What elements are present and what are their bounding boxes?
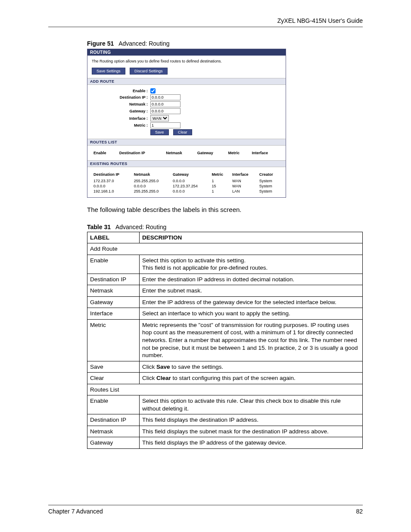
desc-text: Enter the destination IP address in dott… <box>140 274 363 285</box>
desc-text: Select an interface to which you want to… <box>140 308 363 320</box>
desc-label: Save <box>87 361 140 373</box>
desc-text: This field displays the destination IP a… <box>140 414 363 426</box>
desc-label: Clear <box>87 373 140 384</box>
desc-label: Gateway <box>87 437 140 449</box>
cell-metric: 1 <box>210 178 230 184</box>
desc-header-row: LABEL DESCRIPTION <box>87 232 363 243</box>
desc-row: EnableSelect this option to activate thi… <box>87 255 363 274</box>
cell-gateway: 0.0.0.0 <box>171 178 210 184</box>
dest-ip-input[interactable] <box>150 94 181 100</box>
figure-label: Figure 51 <box>87 40 114 47</box>
desc-label: Interface <box>87 308 140 320</box>
desc-label: Netmask <box>87 426 140 437</box>
figure-title: Advanced: Routing <box>118 40 169 47</box>
col-interface: Interface <box>250 149 281 157</box>
cell-metric: 1 <box>210 189 230 194</box>
router-ui-screenshot: ROUTING The Routing option allows you to… <box>87 49 286 198</box>
routing-description: The Routing option allows you to define … <box>92 59 281 63</box>
existing-route-row: 192.168.1.0255.255.255.00.0.0.01LANSyste… <box>92 189 281 194</box>
desc-row: Routes List <box>87 384 363 395</box>
cell-dest_ip: 0.0.0.0 <box>92 184 132 189</box>
gateway-label: Gateway : <box>92 109 150 113</box>
desc-label: Metric <box>87 319 140 361</box>
desc-text: Click Clear to start configuring this pa… <box>140 373 363 384</box>
add-route-header: ADD ROUTE <box>87 78 286 85</box>
body-text: The following table describes the labels… <box>87 205 363 214</box>
desc-label: Netmask <box>87 285 140 297</box>
desc-text: Metric represents the "cost" of transmis… <box>140 319 363 361</box>
cell-creator: System <box>258 189 281 194</box>
desc-text: Enter the IP address of the gateway devi… <box>140 296 363 308</box>
description-table: LABEL DESCRIPTION Add RouteEnableSelect … <box>87 232 363 449</box>
col-netmask: Netmask <box>164 149 196 157</box>
desc-label: Destination IP <box>87 414 140 426</box>
desc-row: InterfaceSelect an interface to which yo… <box>87 308 363 320</box>
col-label: LABEL <box>87 232 140 243</box>
col-metric: Metric <box>210 171 230 178</box>
page-footer: Chapter 7 Advanced 82 <box>48 505 363 515</box>
desc-text: Select this option to activate this sett… <box>140 255 363 274</box>
desc-label: Destination IP <box>87 274 140 285</box>
col-metric: Metric <box>226 149 250 157</box>
content-area: Figure 51 Advanced: Routing ROUTING The … <box>48 40 363 449</box>
desc-section-label: Routes List <box>87 384 363 395</box>
save-button[interactable]: Save <box>150 129 169 135</box>
figure-caption: Figure 51 Advanced: Routing <box>87 40 363 47</box>
desc-row: NetmaskEnter the subnet mask. <box>87 285 363 297</box>
cell-interface: WAN <box>230 184 258 189</box>
desc-text: Select this option to activate this rule… <box>140 395 363 414</box>
desc-row: EnableSelect this option to activate thi… <box>87 395 363 414</box>
desc-text: This field displays the subnet mask for … <box>140 426 363 437</box>
metric-input[interactable] <box>150 122 181 128</box>
desc-text: Click Save to save the settings. <box>140 361 363 373</box>
col-gateway: Gateway <box>196 149 227 157</box>
col-description: DESCRIPTION <box>140 232 363 243</box>
routing-title-bar: ROUTING <box>87 49 286 56</box>
col-enable: Enable <box>92 149 118 157</box>
col-creator: Creator <box>258 171 281 178</box>
col-netmask: Netmask <box>132 171 171 178</box>
cell-creator: System <box>258 178 281 184</box>
discard-settings-button[interactable]: Discard Settings <box>130 68 168 75</box>
desc-label: Gateway <box>87 296 140 308</box>
cell-dest_ip: 172.23.37.0 <box>92 178 132 184</box>
dest-ip-label: Destination IP : <box>92 95 150 100</box>
gateway-input[interactable] <box>150 108 181 114</box>
save-settings-button[interactable]: Save Settings <box>92 68 125 75</box>
netmask-input[interactable] <box>150 101 181 107</box>
existing-route-row: 172.23.37.0255.255.255.00.0.0.01WANSyste… <box>92 178 281 184</box>
table-caption: Table 31 Advanced: Routing <box>87 224 363 230</box>
table-label: Table 31 <box>87 224 111 230</box>
existing-route-row: 0.0.0.00.0.0.0172.23.37.25415WANSystem <box>92 184 281 189</box>
footer-page: 82 <box>356 508 363 515</box>
desc-text: This field displays the IP address of th… <box>140 437 363 449</box>
desc-row: GatewayEnter the IP address of the gatew… <box>87 296 363 308</box>
desc-label: Enable <box>87 395 140 414</box>
desc-row: Destination IPThis field displays the de… <box>87 414 363 426</box>
table-title: Advanced: Routing <box>115 224 166 230</box>
enable-label: Enable : <box>92 89 150 93</box>
col-dest-ip: Destination IP <box>92 171 132 178</box>
desc-section-label: Add Route <box>87 243 363 255</box>
routes-list-header: ROUTES LIST <box>87 139 286 146</box>
existing-routes-header: EXISTING ROUTES <box>87 160 286 167</box>
col-interface: Interface <box>230 171 258 178</box>
cell-netmask: 255.255.255.0 <box>132 189 171 194</box>
enable-checkbox[interactable] <box>150 88 156 93</box>
cell-netmask: 255.255.255.0 <box>132 178 171 184</box>
cell-dest_ip: 192.168.1.0 <box>92 189 132 194</box>
desc-row: NetmaskThis field displays the subnet ma… <box>87 426 363 437</box>
cell-netmask: 0.0.0.0 <box>132 184 171 189</box>
page: ZyXEL NBG-415N User's Guide Figure 51 Ad… <box>0 0 411 532</box>
interface-select[interactable]: WAN <box>150 115 169 121</box>
cell-interface: LAN <box>230 189 258 194</box>
desc-text: Enter the subnet mask. <box>140 285 363 297</box>
desc-row: Destination IPEnter the destination IP a… <box>87 274 363 285</box>
existing-routes-header-row: Destination IP Netmask Gateway Metric In… <box>92 171 281 178</box>
col-gateway: Gateway <box>171 171 210 178</box>
col-dest-ip: Destination IP <box>118 149 164 157</box>
clear-button[interactable]: Clear <box>173 129 192 135</box>
netmask-label: Netmask : <box>92 102 150 106</box>
interface-label: Interface : <box>92 116 150 121</box>
guide-title: ZyXEL NBG-415N User's Guide <box>277 17 363 24</box>
